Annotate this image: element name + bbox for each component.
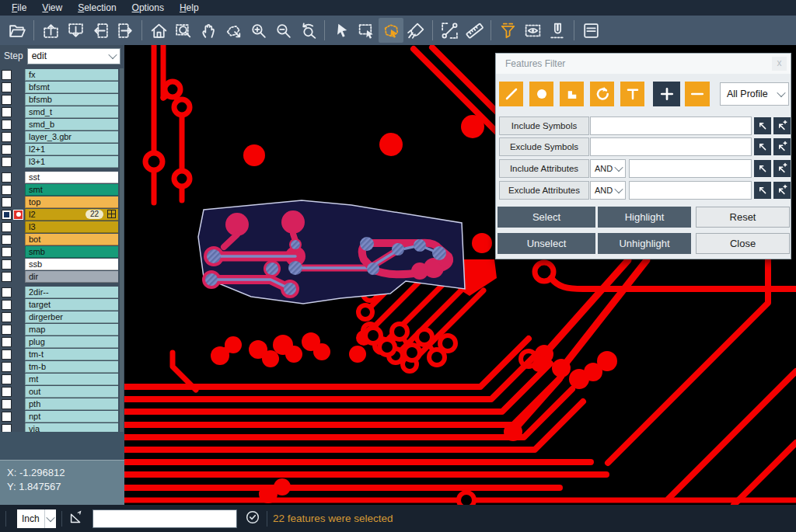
filter-surface-button[interactable] — [560, 82, 584, 106]
layer-name-cell[interactable]: out — [25, 386, 118, 398]
layer-name-cell[interactable]: tm-t — [25, 349, 118, 360]
layer-visibility-checkbox[interactable] — [2, 387, 12, 397]
layer-visibility-checkbox[interactable] — [2, 82, 12, 92]
filter-mode-remove-button[interactable] — [685, 82, 710, 106]
layer-visibility-checkbox[interactable] — [2, 197, 12, 207]
close-button[interactable]: Close — [696, 233, 790, 254]
filter-text-button[interactable] — [620, 82, 644, 106]
layer-name-cell[interactable]: npt — [25, 411, 118, 422]
menu-file[interactable]: File — [5, 1, 33, 15]
layer-visibility-checkbox[interactable] — [2, 337, 12, 347]
select-button[interactable]: Select — [498, 207, 595, 228]
exclude-symbols-input[interactable] — [590, 137, 752, 156]
layer-visibility-checkbox[interactable] — [2, 259, 12, 269]
toolbar-pan-right-button[interactable] — [113, 18, 138, 43]
layer-visibility-checkbox[interactable] — [2, 312, 12, 322]
toolbar-zoom-out-button[interactable] — [271, 18, 295, 43]
layer-name-cell[interactable]: fx — [25, 69, 118, 81]
toolbar-ruler-button[interactable] — [462, 18, 487, 43]
step-select[interactable]: edit — [27, 48, 120, 64]
menu-options[interactable]: Options — [125, 1, 171, 15]
layer-visibility-checkbox[interactable] — [2, 144, 12, 155]
toolbar-pan-hand-button[interactable] — [196, 18, 221, 43]
filter-line-button[interactable] — [499, 82, 523, 106]
include-symbols-button[interactable]: Include Symbols — [499, 116, 589, 135]
layer-name-cell[interactable]: bot — [25, 234, 118, 245]
layer-visibility-checkbox[interactable] — [2, 222, 12, 232]
layer-visibility-checkbox[interactable] — [2, 374, 12, 384]
layer-name-cell[interactable]: tm-b — [25, 361, 118, 373]
grid-icon[interactable] — [107, 210, 116, 218]
toolbar-home-view-button[interactable] — [146, 18, 171, 43]
layer-visibility-checkbox[interactable] — [2, 287, 12, 297]
menu-selection[interactable]: Selection — [71, 1, 123, 15]
command-input[interactable] — [93, 509, 237, 528]
layer-name-cell[interactable]: dirgerber — [25, 311, 118, 323]
unit-select[interactable]: Inch — [17, 509, 56, 528]
layer-visibility-checkbox[interactable] — [2, 107, 12, 117]
layer-visibility-checkbox[interactable] — [2, 172, 12, 183]
profile-select[interactable]: All Profile — [720, 82, 789, 106]
layer-name-cell[interactable]: smd_b — [25, 119, 118, 130]
toolbar-report-panel-button[interactable] — [578, 18, 603, 43]
layer-visibility-checkbox[interactable] — [2, 132, 12, 142]
menu-help[interactable]: Help — [173, 1, 206, 15]
pick-symbol-button[interactable] — [754, 138, 771, 155]
layer-name-cell[interactable]: 2dir-- — [25, 287, 118, 298]
exclude-attributes-logic-select[interactable]: AND — [590, 181, 626, 200]
toolbar-pan-up-button[interactable] — [38, 18, 63, 43]
layer-visibility-checkbox[interactable] — [2, 247, 12, 257]
reset-button[interactable]: Reset — [696, 207, 790, 228]
toolbar-pan-left-button[interactable] — [88, 18, 113, 43]
layer-name-cell[interactable]: smd_t — [25, 106, 118, 118]
toolbar-zoom-window-button[interactable] — [171, 18, 196, 43]
toolbar-open-file-button[interactable] — [5, 18, 30, 43]
menu-view[interactable]: View — [35, 1, 69, 15]
layer-name-cell[interactable]: l2+1 — [25, 144, 118, 155]
filter-pad-round-button[interactable] — [529, 82, 553, 106]
layer-name-cell[interactable]: smt — [25, 184, 118, 196]
layer-visibility-checkbox[interactable] — [2, 95, 12, 105]
toolbar-zoom-object-button[interactable] — [221, 18, 246, 43]
layer-visibility-checkbox[interactable] — [2, 210, 12, 220]
pick-attribute-button[interactable] — [754, 182, 771, 199]
layer-visibility-checkbox[interactable] — [2, 120, 12, 130]
exclude-attributes-button[interactable]: Exclude Attributes — [499, 181, 589, 200]
layer-name-cell[interactable]: mt — [25, 374, 118, 385]
layer-name-cell[interactable]: top — [25, 196, 118, 208]
layer-visibility-checkbox[interactable] — [2, 70, 12, 80]
layer-name-cell[interactable]: l222 — [25, 209, 118, 221]
toolbar-measure-button[interactable] — [437, 18, 462, 43]
layer-name-cell[interactable]: target — [25, 299, 118, 311]
include-attributes-button[interactable]: Include Attributes — [499, 159, 589, 178]
toolbar-zoom-previous-button[interactable] — [295, 18, 320, 43]
pick-add-symbol-button[interactable] — [773, 138, 791, 155]
layer-visibility-checkbox[interactable] — [2, 300, 12, 310]
include-attributes-input[interactable] — [629, 159, 752, 178]
close-icon[interactable]: x — [772, 57, 787, 71]
dialog-title-bar[interactable]: Features Filter x — [496, 54, 791, 74]
toolbar-features-filter-button[interactable] — [495, 18, 520, 43]
snap-angle-icon[interactable] — [68, 509, 85, 529]
pick-attribute-button[interactable] — [754, 160, 771, 177]
exclude-attributes-input[interactable] — [629, 181, 752, 200]
layer-visibility-checkbox[interactable] — [2, 272, 12, 282]
layer-visibility-checkbox[interactable] — [2, 185, 12, 195]
toolbar-select-polygon-button[interactable] — [379, 18, 403, 43]
pick-symbol-button[interactable] — [754, 117, 771, 134]
layer-name-cell[interactable]: plug — [25, 336, 118, 348]
layer-name-cell[interactable]: l3 — [25, 221, 118, 233]
toolbar-zoom-in-button[interactable] — [246, 18, 271, 43]
layer-name-cell[interactable]: dir — [25, 271, 118, 283]
toolbar-snap-button[interactable] — [545, 18, 570, 43]
unselect-button[interactable]: Unselect — [498, 233, 595, 254]
layer-visibility-checkbox[interactable] — [2, 412, 12, 422]
pick-add-attribute-button[interactable] — [773, 182, 791, 199]
toolbar-select-rectangle-button[interactable] — [354, 18, 379, 43]
layer-name-cell[interactable]: ssb — [25, 259, 118, 270]
sync-icon[interactable] — [244, 509, 261, 529]
layer-name-cell[interactable]: smb — [25, 246, 118, 258]
selected-features[interactable] — [198, 200, 465, 304]
toolbar-view-options-button[interactable] — [520, 18, 545, 43]
highlight-button[interactable]: Highlight — [598, 207, 691, 228]
